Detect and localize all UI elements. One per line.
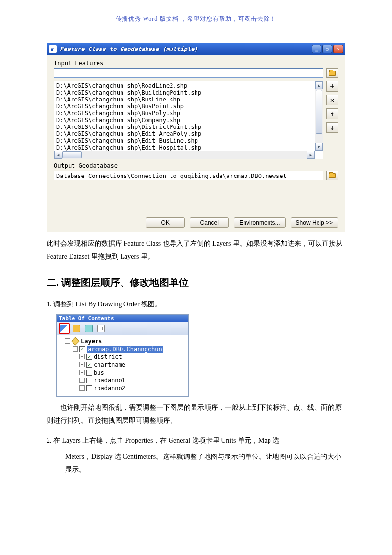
list-by-visibility-button[interactable] (83, 323, 94, 334)
expander-icon[interactable]: + (79, 370, 85, 375)
list-item[interactable]: D:\ArcGIS\changchun shp\BusPoint.shp (56, 103, 321, 110)
expander-icon[interactable]: − (73, 346, 78, 352)
layer-item[interactable]: district (94, 353, 122, 360)
minimize-button[interactable]: ▁ (312, 45, 321, 53)
layer-checkbox[interactable]: ✓ (86, 362, 92, 368)
list-item[interactable]: D:\ArcGIS\changchun shp\BusLine.shp (56, 96, 321, 103)
source-icon (73, 325, 80, 332)
hscroll-thumb[interactable] (62, 151, 82, 158)
list-step: 1. 调整到 List By Drawing Order 视图。 (47, 298, 345, 311)
expander-icon[interactable]: + (79, 385, 85, 391)
layer-item[interactable]: bus (94, 369, 104, 376)
folder-icon (329, 173, 336, 178)
layer-checkbox[interactable] (86, 370, 92, 376)
list-item[interactable]: D:\ArcGIS\changchun shp\DistrictPoint.sh… (56, 124, 321, 130)
folder-icon (329, 71, 336, 76)
expander-icon[interactable]: − (65, 338, 70, 344)
move-down-button[interactable]: ↓ (326, 122, 338, 133)
selected-layer[interactable]: arcmap.DBO.Channgchun (87, 346, 163, 353)
list-item[interactable]: D:\ArcGIS\changchun shp\BuildingPoint.sh… (56, 89, 321, 96)
layer-item[interactable]: roadanno1 (94, 377, 125, 384)
scroll-left-icon[interactable]: ◀ (54, 151, 62, 159)
layer-checkbox[interactable]: ✓ (86, 354, 92, 360)
remove-item-button[interactable]: ✕ (326, 95, 338, 105)
input-files-list[interactable]: D:\ArcGIS\changchun shp\RoadLine2.shp D:… (54, 81, 323, 159)
layer-checkbox[interactable] (86, 378, 92, 383)
list-item[interactable]: D:\ArcGIS\changchun shp\Company.shp (56, 117, 321, 124)
scroll-down-icon[interactable]: ▼ (315, 143, 323, 151)
vertical-scrollbar[interactable]: ▲ ▼ (315, 81, 323, 151)
toc-toolbar (57, 322, 188, 335)
list-item[interactable]: D:\ArcGIS\changchun shp\BusPoly.shp (56, 110, 321, 117)
list-item[interactable]: D:\ArcGIS\changchun shp\RoadLine2.shp (56, 82, 321, 89)
toc-title: Table Of Contents (57, 315, 188, 322)
cancel-button[interactable]: Cancel (190, 217, 229, 228)
scroll-thumb[interactable] (316, 90, 322, 134)
output-geodatabase-field[interactable]: Database Connections\Connection to quqib… (54, 171, 323, 180)
dataframe-icon (72, 337, 80, 345)
feature-class-dialog: ◧ Feature Class to Geodatabase (multiple… (47, 43, 345, 232)
selection-icon (97, 325, 105, 332)
close-button[interactable]: ✕ (333, 45, 343, 53)
paragraph: 也许刚开始地图很乱，需要调整一下图层的显示顺序，一般从上到下按标注、点、线、面的… (47, 402, 345, 428)
horizontal-scrollbar[interactable]: ◀ ▶ (54, 151, 315, 159)
input-features-label: Input Features (54, 60, 338, 67)
output-geodatabase-label: Output Geodatabase (54, 162, 338, 169)
list-item[interactable]: D:\ArcGIS\changchun shp\Edit_AreaPoly.sh… (56, 130, 321, 137)
table-of-contents-panel: Table Of Contents − Layers − ✓ arcmap.DB… (56, 314, 189, 397)
list-by-drawing-order-button[interactable] (59, 323, 70, 334)
list-item[interactable]: D:\ArcGIS\changchun shp\Edit_Hospital.sh… (56, 144, 321, 151)
layers-root[interactable]: Layers (81, 338, 102, 345)
layer-item[interactable]: roadanno2 (94, 385, 125, 392)
maximize-button[interactable]: ▢ (322, 45, 332, 53)
expander-icon[interactable]: + (79, 354, 85, 359)
dialog-title: Feature Class to Geodatabase (multiple) (60, 46, 312, 52)
list-by-selection-button[interactable] (96, 323, 106, 334)
list-item[interactable]: D:\ArcGIS\changchun shp\Edit_BusLine.shp (56, 137, 321, 144)
browse-output-button[interactable] (326, 171, 338, 180)
list-by-source-button[interactable] (71, 323, 82, 334)
paragraph: 此时会发现相应的数据库 Feature Class 也导入了左侧的 Layers… (47, 237, 345, 263)
scroll-right-icon[interactable]: ▶ (307, 151, 315, 159)
input-features-field[interactable] (54, 68, 323, 78)
ok-button[interactable]: OK (146, 217, 185, 228)
environments-button[interactable]: Environments... (234, 217, 285, 228)
expander-icon[interactable]: + (79, 362, 85, 367)
layer-item[interactable]: chartname (94, 361, 125, 368)
list-step-cont: Meters，Display 选 Centimeters。这样就调整了地图与显示… (65, 451, 345, 477)
dialog-titlebar[interactable]: ◧ Feature Class to Geodatabase (multiple… (47, 43, 345, 55)
visibility-icon (85, 325, 93, 332)
layer-checkbox[interactable] (86, 385, 92, 391)
add-item-button[interactable]: ＋ (326, 81, 338, 92)
browse-input-button[interactable] (326, 68, 338, 78)
layer-tree: − Layers − ✓ arcmap.DBO.Channgchun +✓dis… (57, 335, 188, 396)
list-step: 2. 在 Layers 上右键，点击 Properties，在 General … (47, 434, 345, 448)
section-heading: 二. 调整图层顺序、修改地图单位 (47, 276, 345, 289)
show-help-button[interactable]: Show Help >> (291, 217, 338, 228)
layers-icon (60, 325, 68, 332)
expander-icon[interactable]: + (79, 378, 85, 383)
app-icon: ◧ (49, 45, 57, 53)
page-header-notice: 传播优秀 Word 版文档 ，希望对您有帮助，可双击去除！ (47, 15, 345, 23)
move-up-button[interactable]: ↑ (326, 108, 338, 119)
scroll-up-icon[interactable]: ▲ (315, 81, 323, 89)
layer-checkbox[interactable]: ✓ (79, 346, 85, 352)
